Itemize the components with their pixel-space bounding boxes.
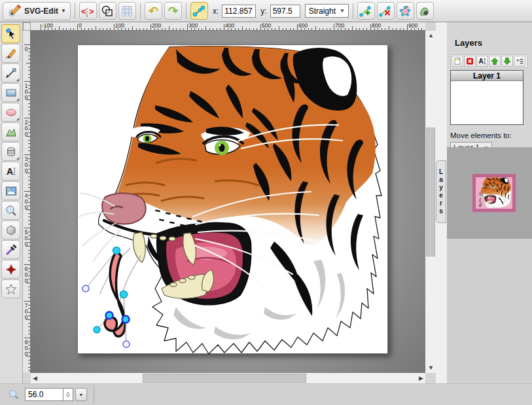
layers-panel: Layers A (447, 22, 532, 385)
canvas-page[interactable] (77, 44, 388, 354)
select-caret-icon: ▼ (340, 8, 345, 14)
tool-image[interactable] (1, 181, 20, 200)
source-code-button[interactable]: < > s v g (79, 2, 97, 20)
layer-list-item[interactable]: Layer 1 (451, 71, 523, 81)
horizontal-scrollbar[interactable]: ◀ ▶ (31, 373, 425, 383)
wireframe-icon (101, 5, 114, 18)
vertical-scrollbar-thumb[interactable] (426, 128, 435, 256)
rectangle-tool-icon (5, 86, 18, 99)
undo-button[interactable]: ↶ (145, 2, 162, 20)
delete-layer-button[interactable] (464, 56, 476, 67)
layers-panel-handle[interactable]: Layers (436, 160, 446, 223)
tool-blur[interactable] (1, 260, 20, 279)
move-layer-down-button[interactable] (501, 56, 513, 67)
flyout-arrow-icon (16, 98, 19, 101)
select-tool-icon (5, 27, 18, 41)
tool-ellipse[interactable] (1, 103, 20, 122)
y-coordinate-input[interactable] (270, 5, 300, 18)
path-node (120, 291, 128, 298)
zoom-level-input[interactable] (25, 388, 63, 401)
tool-text[interactable]: A (1, 162, 20, 181)
zoom-control: ◊ ▼ (25, 388, 87, 401)
tool-eyedropper[interactable] (1, 240, 20, 259)
redo-icon: ↷ (168, 5, 178, 17)
open-path-button[interactable] (416, 2, 434, 20)
zoom-spinner[interactable]: ◊ (63, 388, 73, 401)
tool-rectangle[interactable] (1, 83, 20, 102)
statusbar-separator (94, 386, 94, 403)
zoom-dropdown-button[interactable]: ▼ (75, 388, 87, 401)
wireframe-button[interactable] (99, 2, 116, 20)
delete-node-button[interactable] (377, 2, 395, 20)
add-node-icon (359, 5, 372, 18)
move-layer-up-button[interactable] (489, 56, 501, 67)
undo-icon: ↶ (149, 5, 158, 17)
tool-shape-library[interactable] (1, 142, 20, 161)
tool-path[interactable] (1, 122, 20, 141)
zoom-tool-icon (5, 204, 18, 217)
segment-type-select[interactable]: Straight ▼ (305, 4, 349, 18)
open-path-icon (418, 5, 431, 18)
layer-list: Layer 1 (450, 70, 523, 125)
close-path-button[interactable] (397, 2, 414, 20)
eyedropper-tool-icon (5, 243, 18, 256)
scroll-down-icon[interactable]: ▼ (428, 365, 434, 371)
x-coordinate-input[interactable] (222, 5, 256, 18)
path-node (94, 326, 100, 333)
svg-text:A: A (479, 58, 484, 65)
scroll-right-icon[interactable]: ▶ (419, 376, 423, 381)
tool-palette: A (0, 22, 23, 383)
main-toolbar: SVG-Edit ▼ < > s v g ↶ ↷ (0, 0, 532, 22)
pencil-tool-icon (5, 47, 18, 60)
rename-layer-button[interactable]: A (476, 56, 488, 67)
artwork-thumbnail-image (476, 177, 512, 209)
artwork-thumbnail[interactable] (472, 174, 516, 212)
tool-polygon[interactable] (1, 220, 20, 239)
delete-node-icon (379, 5, 392, 18)
layers-panel-handle-label: Layers (438, 168, 445, 215)
canvas-artwork[interactable] (78, 45, 389, 355)
horizontal-scrollbar-thumb[interactable] (143, 374, 306, 383)
flyout-arrow-icon (16, 79, 19, 81)
image-tool-icon (5, 185, 18, 198)
main-menu-button[interactable]: SVG-Edit ▼ (3, 2, 71, 20)
edit-node-icon (192, 5, 205, 18)
menu-caret-icon: ▼ (61, 8, 66, 14)
snap-grid-icon (120, 5, 133, 18)
add-node-button[interactable] (357, 2, 375, 20)
polygon-tool-icon (5, 224, 18, 237)
layer-menu-icon (515, 56, 524, 66)
source-code-icon: < > s v g (81, 5, 94, 18)
tool-star[interactable] (1, 279, 20, 298)
layer-menu-button[interactable] (514, 56, 525, 67)
move-elements-label: Move elements to: (450, 132, 532, 139)
workspace[interactable] (31, 31, 425, 373)
toolbar-separator (186, 3, 186, 19)
tool-line[interactable] (1, 63, 20, 82)
path-node (113, 247, 120, 255)
redo-button[interactable]: ↷ (164, 2, 182, 20)
scroll-left-icon[interactable]: ◀ (33, 376, 37, 381)
snap-grid-button[interactable] (118, 2, 136, 20)
segment-type-value: Straight (309, 7, 336, 16)
flyout-arrow-icon (16, 118, 19, 120)
ruler-horizontal: -10001002003004005006007008009001000 (31, 22, 425, 31)
vertical-scrollbar[interactable]: ▲ ▼ (425, 31, 436, 373)
new-layer-button[interactable] (452, 56, 463, 67)
rename-layer-icon: A (478, 56, 487, 66)
x-coordinate-label: x: (213, 7, 219, 16)
shape-library-icon (5, 145, 18, 158)
ruler-vertical: 0100200300400500600700800900 (23, 31, 31, 373)
tool-select[interactable] (1, 24, 20, 43)
svg-text:>: > (89, 7, 94, 16)
scroll-up-icon[interactable]: ▲ (428, 33, 434, 39)
layer-down-icon (503, 56, 512, 66)
close-path-icon (399, 5, 412, 18)
tool-zoom[interactable] (1, 201, 20, 220)
svg-text:g: g (86, 13, 88, 17)
svg-text:A: A (7, 166, 13, 177)
delete-layer-icon (465, 56, 474, 66)
tool-pencil[interactable] (1, 44, 20, 63)
edit-node-mode-button[interactable] (190, 2, 208, 20)
line-tool-icon (5, 67, 18, 80)
